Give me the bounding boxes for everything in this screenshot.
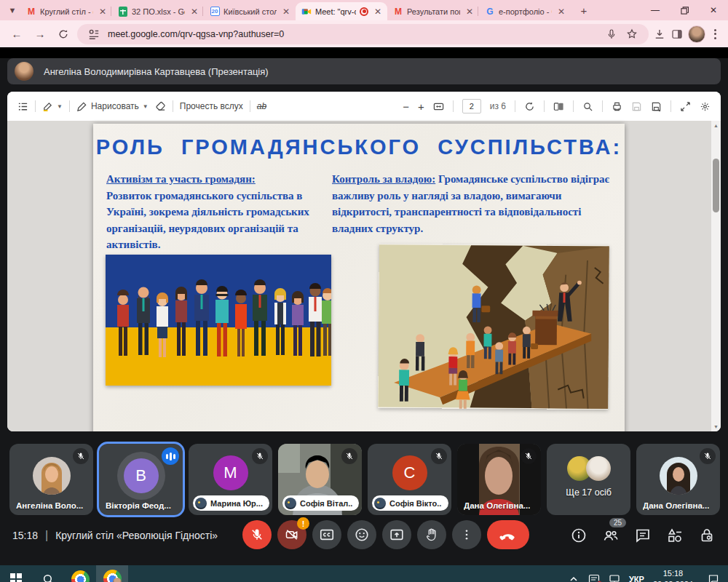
search-icon[interactable] bbox=[582, 101, 593, 112]
scroll-up-icon[interactable]: ▲ bbox=[713, 121, 719, 130]
forward-icon[interactable]: → bbox=[31, 25, 50, 44]
raise-hand-button[interactable] bbox=[417, 520, 446, 549]
translate-icon[interactable]: ab bbox=[257, 101, 266, 111]
eraser-icon[interactable] bbox=[155, 101, 166, 112]
participant-tile-maryna[interactable]: М Марина Юр... bbox=[189, 444, 272, 515]
url-text[interactable]: meet.google.com/qrv-qgsa-vnp?authuser=0 bbox=[108, 29, 598, 39]
read-aloud-button[interactable]: Прочесть вслух bbox=[180, 101, 243, 111]
scroll-down-icon[interactable]: ▼ bbox=[713, 422, 719, 431]
tab-close-icon[interactable]: ✕ bbox=[189, 6, 200, 17]
participant-tile-dana-video[interactable]: Дана Олегівна... bbox=[457, 444, 541, 515]
participant-tile-viktoriia-speaking[interactable]: В Вікторія Феод... bbox=[99, 444, 183, 515]
taskbar-chrome-active-button[interactable] bbox=[96, 565, 128, 582]
language-indicator[interactable]: УКР bbox=[629, 575, 644, 582]
rotate-icon[interactable] bbox=[524, 101, 535, 112]
mic-toggle-button[interactable] bbox=[242, 520, 272, 549]
camera-toggle-button[interactable]: ! bbox=[277, 520, 306, 549]
taskbar-chrome-button[interactable] bbox=[64, 565, 96, 582]
contents-icon[interactable] bbox=[17, 101, 28, 112]
call-buttons: ! bbox=[242, 520, 529, 549]
minimize-button[interactable]: — bbox=[641, 0, 670, 20]
tray-app-icon[interactable]: ! bbox=[588, 573, 600, 582]
tab-close-icon[interactable]: ✕ bbox=[464, 6, 475, 17]
tab-label: Результати пошук bbox=[407, 7, 460, 16]
fullscreen-icon[interactable] bbox=[680, 101, 691, 112]
start-button[interactable] bbox=[0, 565, 32, 582]
tray-expand-chevron-icon[interactable] bbox=[568, 573, 579, 582]
profile-avatar[interactable] bbox=[688, 25, 705, 43]
present-screen-button[interactable] bbox=[382, 520, 411, 549]
scrollbar-thumb[interactable] bbox=[713, 159, 719, 212]
participant-tile-sofiia-vikto[interactable]: С Софія Вікто... bbox=[368, 444, 451, 515]
tab-close-icon[interactable]: ✕ bbox=[97, 6, 108, 17]
participant-tile-dana-photo[interactable]: Дана Олегівна... bbox=[636, 444, 720, 515]
tab-meet-active[interactable]: Meet: "qrv-qgs ✕ bbox=[296, 2, 387, 20]
print-icon[interactable] bbox=[612, 101, 622, 112]
captions-icon bbox=[319, 527, 335, 543]
participant-tile-anhelina[interactable]: Ангеліна Воло... bbox=[9, 444, 93, 515]
browser-menu-icon[interactable] bbox=[710, 29, 721, 39]
close-button[interactable]: ✕ bbox=[699, 0, 728, 20]
tab-label: е-портфоліо - Go bbox=[499, 7, 552, 16]
save-as-icon[interactable] bbox=[651, 101, 662, 112]
tab-search-chevron-icon[interactable]: ▼ bbox=[4, 2, 20, 18]
notification-center-icon[interactable] bbox=[708, 573, 719, 582]
shared-screen: ▼ Нарисовать ▼ Прочесть вслух ab − + 2 и… bbox=[7, 92, 721, 431]
zoom-out-icon[interactable]: − bbox=[403, 100, 409, 113]
windows-logo-icon bbox=[10, 573, 22, 582]
avatar: В bbox=[124, 458, 159, 493]
reload-icon[interactable] bbox=[54, 25, 73, 44]
voice-search-mic-icon[interactable] bbox=[605, 28, 618, 41]
restore-button[interactable] bbox=[670, 0, 699, 20]
reactions-button[interactable] bbox=[347, 520, 376, 549]
back-icon[interactable]: ← bbox=[7, 25, 26, 44]
tab-calendar[interactable]: 20 Київський столич ✕ bbox=[204, 2, 296, 20]
new-tab-button[interactable]: + bbox=[575, 1, 593, 19]
settings-gear-icon[interactable] bbox=[700, 101, 711, 112]
tab-gmail-kruglyi-stil[interactable]: M Круглий стіл - d.s ✕ bbox=[20, 2, 112, 20]
calendar-icon: 20 bbox=[210, 7, 220, 17]
host-controls-lock-icon[interactable] bbox=[698, 527, 716, 544]
participant-tile-overflow[interactable]: Ще 17 осіб bbox=[547, 444, 630, 515]
document-scrollbar[interactable]: ▲ ▼ bbox=[711, 121, 721, 431]
page-total-label: из 6 bbox=[490, 101, 506, 111]
mic-off-icon bbox=[521, 448, 537, 464]
chat-panel-icon[interactable] bbox=[634, 527, 652, 544]
more-options-button[interactable] bbox=[452, 520, 481, 549]
meeting-details-info-icon[interactable] bbox=[570, 527, 587, 544]
page-view-icon[interactable] bbox=[553, 101, 564, 112]
presenter-banner[interactable]: Ангеліна Володимирівна Картавцева (Презе… bbox=[7, 58, 721, 84]
taskbar-search-button[interactable] bbox=[32, 565, 64, 582]
page-number-input[interactable]: 2 bbox=[462, 99, 481, 113]
save-icon[interactable] bbox=[631, 101, 642, 112]
slide-right-column: Контроль за владою: Громадянське суспіль… bbox=[332, 171, 612, 253]
side-panel-icon[interactable] bbox=[670, 28, 684, 41]
participant-tile-sofiia-vital[interactable]: Софія Вітал... bbox=[278, 444, 362, 515]
bookmark-star-icon[interactable] bbox=[625, 28, 638, 41]
google-icon: G bbox=[485, 7, 495, 17]
network-icon[interactable] bbox=[609, 573, 620, 582]
fit-width-icon[interactable] bbox=[433, 101, 444, 112]
taskbar-clock[interactable]: 15:18 20.02.2024 bbox=[653, 568, 693, 582]
chevron-down-icon: ▼ bbox=[57, 103, 63, 110]
highlighter-button[interactable]: ▼ bbox=[42, 101, 63, 112]
tab-close-icon[interactable]: ✕ bbox=[280, 6, 292, 17]
activities-icon[interactable] bbox=[666, 527, 684, 544]
address-bar[interactable]: meet.google.com/qrv-qgsa-vnp?authuser=0 bbox=[77, 24, 649, 44]
tab-gmail-search[interactable]: M Результати пошук ✕ bbox=[387, 2, 479, 20]
captions-button[interactable] bbox=[312, 520, 341, 549]
meet-control-bar: 15:18 | Круглий стіл «Революція Гідності… bbox=[0, 515, 728, 555]
slide-left-column: Активізм та участь громадян: Розвиток гр… bbox=[106, 171, 322, 253]
tab-google-eportfolio[interactable]: G е-портфоліо - Go ✕ bbox=[479, 2, 571, 20]
site-info-icon[interactable] bbox=[87, 28, 100, 41]
end-call-button[interactable] bbox=[487, 520, 529, 549]
pdf-document-area[interactable]: РОЛЬ ГРОМАДЯНСЬКОГО СУСПІЛЬСТВА: Активіз… bbox=[7, 121, 721, 431]
download-icon[interactable] bbox=[653, 28, 666, 41]
tab-close-icon[interactable]: ✕ bbox=[372, 6, 384, 17]
tab-sheets[interactable]: 32 ПО.xlsx - Goog ✕ bbox=[112, 2, 204, 20]
people-panel-button[interactable]: 25 bbox=[602, 527, 620, 544]
zoom-in-icon[interactable]: + bbox=[418, 100, 424, 113]
raise-hand-icon bbox=[424, 527, 439, 542]
draw-button[interactable]: Нарисовать ▼ bbox=[76, 101, 149, 112]
tab-close-icon[interactable]: ✕ bbox=[555, 6, 567, 17]
